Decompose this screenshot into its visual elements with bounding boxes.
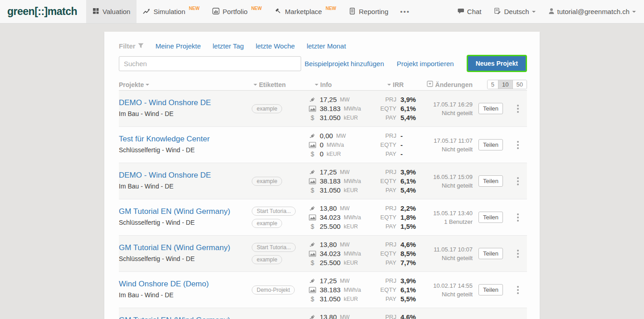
project-link[interactable]: DEMO - Wind Onshore DE xyxy=(119,98,252,107)
chat-button[interactable]: Chat xyxy=(457,8,482,16)
power-unit: MW xyxy=(340,205,350,212)
irr-pay-value: 5,4% xyxy=(400,114,416,121)
project-link[interactable]: DEMO - Wind Onshore DE xyxy=(119,171,252,180)
power-plug-icon xyxy=(308,314,317,319)
info-cell: 17,25 MW 38.183 MWh/a $ 31.050 kEUR xyxy=(308,163,376,199)
tag-pill: Start Tutoria... xyxy=(252,243,296,252)
kebab-menu-icon[interactable] xyxy=(515,284,521,296)
page-size-50[interactable]: 50 xyxy=(512,80,527,89)
project-link[interactable]: Test für Knowledge Center xyxy=(119,135,252,144)
share-button[interactable]: Teilen xyxy=(478,175,503,187)
quick-filter-letzter-tag[interactable]: letzter Tag xyxy=(213,42,244,50)
shared-status: 1 Benutzer xyxy=(444,218,473,226)
import-project-link[interactable]: Projekt importieren xyxy=(397,60,454,68)
filter-dropdown[interactable]: Filter xyxy=(119,42,144,50)
header-tags-label: Etiketten xyxy=(259,81,286,88)
project-subtitle: Im Bau - Wind - DE xyxy=(119,183,252,190)
irr-eqty-line: EQTY 6,1% xyxy=(376,104,427,113)
changes-cell: 11.05.17 10:07 Nicht geteilt xyxy=(427,236,473,271)
share-cell: Teilen xyxy=(473,91,509,126)
share-button[interactable]: Teilen xyxy=(478,139,503,150)
changed-date: 15.05.17 13:40 xyxy=(433,209,473,218)
energy-value: 34.023 xyxy=(320,213,341,221)
changes-cell: 15.05.17 13:40 1 Benutzer xyxy=(427,199,473,235)
tab-simulation[interactable]: Simulation NEW xyxy=(137,0,205,23)
cost-unit: kEUR xyxy=(344,223,358,230)
project-cell: Test für Knowledge Center Schlüsselferti… xyxy=(119,127,252,163)
page-size-5[interactable]: 5 xyxy=(488,80,498,89)
language-menu[interactable]: Deutsch xyxy=(494,7,535,16)
header-changes[interactable]: Änderungen xyxy=(427,81,473,88)
irr-pay-line: PAY 5,5% xyxy=(376,295,427,304)
share-cell: Teilen xyxy=(473,199,509,235)
quick-filter-letzte-woche[interactable]: letzte Woche xyxy=(256,42,295,50)
quick-filter-meine-projekte[interactable]: Meine Projekte xyxy=(156,42,201,50)
header-irr-label: IRR xyxy=(393,81,404,88)
header-info[interactable]: Info xyxy=(308,81,376,88)
share-button[interactable]: Teilen xyxy=(478,248,503,259)
project-subtitle: Im Bau - Wind - DE xyxy=(119,110,252,117)
irr-prj-label: PRJ xyxy=(376,169,396,175)
header-tags[interactable]: Etiketten xyxy=(252,81,308,88)
energy-unit: MWh/a xyxy=(344,287,361,293)
changes-cell: 16.05.17 15:09 Nicht geteilt xyxy=(427,163,473,199)
header-irr[interactable]: IRR xyxy=(376,81,427,88)
project-link[interactable]: GM Tutorial EN (Wind Germany) xyxy=(119,243,252,252)
page-size-10[interactable]: 10 xyxy=(498,80,512,89)
chat-label: Chat xyxy=(467,8,482,15)
cost-value: 31.050 xyxy=(320,186,341,194)
production-chart-icon xyxy=(308,214,317,221)
changes-cell: 17.05.17 11:07 Nicht geteilt xyxy=(427,127,473,163)
projects-card: Filter Meine Projekte letzter Tag letzte… xyxy=(104,32,540,319)
share-button[interactable]: Teilen xyxy=(478,284,503,295)
shared-status: Nicht geteilt xyxy=(442,254,473,262)
changes-cell xyxy=(427,308,473,319)
project-link[interactable]: GM Tutorial EN (Wind Germany) xyxy=(119,207,252,216)
kebab-cell xyxy=(509,236,527,271)
tag-list: example xyxy=(252,163,308,199)
tag-pill: Demo-Projekt xyxy=(252,285,295,295)
project-link[interactable]: Wind Onshore DE (Demo) xyxy=(119,280,252,289)
irr-eqty-label: EQTY xyxy=(376,250,396,257)
share-button[interactable]: Teilen xyxy=(478,103,503,114)
tab-portfolio[interactable]: Portfolio NEW xyxy=(206,0,268,23)
changes-cell: 17.05.17 16:29 Nicht geteilt xyxy=(427,91,473,126)
irr-prj-label: PRJ xyxy=(376,314,396,319)
tab-marketplace[interactable]: Marketplace NEW xyxy=(268,0,342,23)
new-project-button[interactable]: Neues Projekt xyxy=(467,55,527,72)
search-input[interactable] xyxy=(119,56,301,71)
irr-eqty-line: EQTY 6,1% xyxy=(376,285,427,295)
quick-filter-letzter-monat[interactable]: letzter Monat xyxy=(307,42,346,50)
share-cell: Teilen xyxy=(473,127,509,163)
brand-logo[interactable]: green[::]match xyxy=(0,0,86,23)
chevron-down-icon xyxy=(146,84,149,86)
project-cell: GM Tutorial EN (Wind Germany) Schlüsself… xyxy=(119,236,252,271)
chat-icon xyxy=(457,8,464,16)
tag-list xyxy=(252,308,308,319)
project-link[interactable]: GM Tutorial EN (Wind Germany) xyxy=(119,316,252,319)
irr-pay-line: PAY 7,7% xyxy=(376,258,427,267)
energy-line: 0 MWh/a xyxy=(308,140,376,150)
kebab-menu-icon[interactable] xyxy=(515,175,521,187)
tab-label: Simulation xyxy=(153,8,185,15)
tag-list: Start Tutoria...example xyxy=(252,199,308,235)
header-projects[interactable]: Projekte xyxy=(119,81,252,88)
account-menu[interactable]: tutorial@greenmatch.ch xyxy=(548,8,636,16)
share-button[interactable]: Teilen xyxy=(478,212,503,223)
more-tabs-button[interactable]: ••• xyxy=(395,0,415,23)
kebab-menu-icon[interactable] xyxy=(515,103,521,115)
cost-value: 25.500 xyxy=(320,222,341,230)
tab-reporting[interactable]: Reporting xyxy=(342,0,395,23)
kebab-menu-icon[interactable] xyxy=(515,248,521,260)
cost-line: $ 25.500 kEUR xyxy=(308,258,376,267)
tab-valuation[interactable]: Valuation xyxy=(86,0,137,23)
add-example-project-link[interactable]: Beispielprojekt hinzufügen xyxy=(305,60,384,68)
energy-line: 34.023 MWh/a xyxy=(308,213,376,222)
irr-eqty-line: EQTY 8,5% xyxy=(376,249,427,258)
grid-icon xyxy=(93,8,99,16)
kebab-cell xyxy=(509,127,527,163)
kebab-menu-icon[interactable] xyxy=(515,139,521,151)
kebab-menu-icon[interactable] xyxy=(515,212,521,223)
dollar-icon: $ xyxy=(308,259,317,266)
irr-eqty-label: EQTY xyxy=(376,178,396,184)
